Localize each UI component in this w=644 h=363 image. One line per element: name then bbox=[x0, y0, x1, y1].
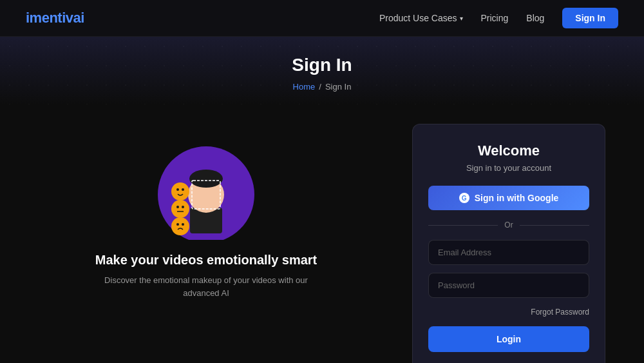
svg-point-3 bbox=[189, 170, 223, 188]
signin-card: Welcome Sign in to your account G Sign i… bbox=[412, 124, 605, 363]
navbar: imentivai Product Use Cases ▾ Pricing Bl… bbox=[0, 0, 644, 37]
left-panel: Make your videos emotionally smart Disco… bbox=[39, 124, 374, 299]
google-signin-button[interactable]: G Sign in with Google bbox=[428, 186, 589, 210]
svg-point-12 bbox=[171, 217, 189, 235]
nav-blog[interactable]: Blog bbox=[526, 13, 544, 23]
hero-illustration bbox=[142, 137, 270, 240]
nav-pricing[interactable]: Pricing bbox=[481, 13, 509, 23]
left-description: Discover the emotional makeup of your vi… bbox=[103, 274, 309, 299]
breadcrumb-separator: / bbox=[319, 82, 321, 92]
nav-product-use-cases[interactable]: Product Use Cases ▾ bbox=[379, 13, 463, 23]
svg-point-9 bbox=[176, 206, 179, 208]
password-input[interactable] bbox=[428, 273, 589, 298]
hero-section: Sign In Home / Sign In bbox=[0, 37, 644, 104]
svg-point-7 bbox=[182, 188, 184, 191]
breadcrumb-home[interactable]: Home bbox=[293, 82, 316, 92]
nav-links: Product Use Cases ▾ Pricing Blog Sign In bbox=[379, 8, 618, 28]
google-icon: G bbox=[459, 193, 469, 203]
logo-text-part1: imentiv bbox=[26, 10, 73, 26]
svg-point-6 bbox=[176, 188, 179, 191]
svg-point-14 bbox=[182, 223, 184, 226]
password-group bbox=[428, 273, 589, 298]
nav-signin-button[interactable]: Sign In bbox=[562, 8, 618, 28]
breadcrumb: Home / Sign In bbox=[0, 82, 644, 92]
signin-subtitle: Sign in to your account bbox=[428, 163, 589, 173]
signin-title: Welcome bbox=[428, 142, 589, 159]
or-divider: Or bbox=[428, 221, 589, 230]
page-title: Sign In bbox=[0, 55, 644, 75]
svg-point-8 bbox=[171, 200, 189, 218]
logo-text-part2: ai bbox=[73, 10, 84, 26]
email-group bbox=[428, 240, 589, 265]
login-button[interactable]: Login bbox=[428, 326, 589, 352]
main-content: Make your videos emotionally smart Disco… bbox=[0, 104, 644, 363]
svg-point-10 bbox=[182, 206, 184, 208]
breadcrumb-current: Sign In bbox=[325, 82, 351, 92]
left-heading: Make your videos emotionally smart bbox=[95, 253, 317, 268]
svg-point-13 bbox=[176, 223, 179, 226]
svg-point-5 bbox=[171, 182, 189, 201]
email-input[interactable] bbox=[428, 240, 589, 265]
logo[interactable]: imentivai bbox=[26, 10, 84, 26]
forgot-password-row: Forgot Password bbox=[428, 306, 589, 317]
forgot-password-link[interactable]: Forgot Password bbox=[531, 308, 589, 317]
chevron-down-icon: ▾ bbox=[460, 15, 463, 22]
